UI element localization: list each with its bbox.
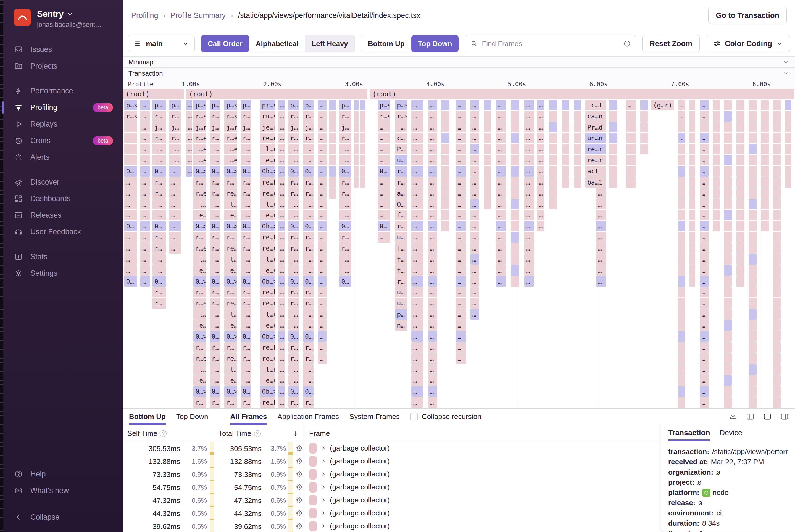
flame-frame[interactable]: _l…e [260, 254, 275, 265]
flame-frame[interactable]: _… [288, 144, 299, 154]
flame-frame[interactable]: … [278, 111, 285, 121]
flame-frame[interactable]: 0… [339, 221, 351, 231]
flame-frame[interactable]: re…k [260, 287, 275, 298]
flame-frame[interactable] [441, 100, 450, 111]
flame-frame[interactable]: … [318, 122, 326, 133]
flame-frame[interactable] [689, 265, 695, 276]
sidebar-item-stats[interactable]: Stats [3, 248, 123, 265]
flame-frame[interactable] [562, 133, 569, 144]
flame-frame[interactable]: (g…r) [651, 100, 674, 111]
flame-frame[interactable]: … [700, 166, 709, 176]
flame-frame[interactable]: … [455, 166, 466, 176]
flame-frame[interactable] [773, 100, 781, 111]
flame-frame[interactable]: … [140, 232, 149, 243]
flame-frame[interactable]: … [278, 232, 285, 243]
flame-frame[interactable]: … [428, 199, 437, 210]
flame-frame[interactable] [713, 133, 720, 144]
flame-frame[interactable] [773, 298, 781, 308]
flame-frame[interactable]: … [318, 133, 326, 144]
flame-frame[interactable]: 0b…> [260, 166, 275, 176]
flame-frame[interactable]: r… [152, 287, 166, 298]
flame-frame[interactable] [511, 276, 519, 287]
flame-frame[interactable] [329, 166, 336, 176]
flame-frame[interactable]: r… [241, 133, 251, 144]
flame-frame[interactable]: j…r [224, 122, 237, 133]
flame-frame[interactable] [609, 155, 618, 166]
sidebar-item-discover[interactable]: Discover [3, 174, 123, 190]
flame-frame[interactable]: … [318, 199, 326, 210]
flame-frame[interactable] [484, 100, 491, 111]
flame-frame[interactable]: … [496, 254, 506, 265]
layout-bottom-icon[interactable] [763, 412, 772, 421]
flame-frame[interactable] [626, 122, 636, 133]
flame-frame[interactable]: r…k [210, 232, 220, 243]
flame-frame[interactable] [749, 353, 757, 364]
flame-frame[interactable]: … [318, 276, 326, 287]
flame-frame[interactable]: 0b…> [260, 331, 275, 342]
table-row[interactable]: 44.32ms0.5%44.32ms0.5%⚙(garbage collecto… [123, 507, 661, 519]
flame-frame[interactable] [689, 133, 695, 144]
flame-frame[interactable] [713, 188, 720, 198]
flame-frame[interactable] [678, 287, 685, 298]
flame-frame[interactable]: 0… [241, 221, 251, 231]
flame-frame[interactable]: r…e [193, 188, 206, 198]
flame-frame[interactable] [761, 199, 769, 210]
flame-frame[interactable] [562, 177, 569, 188]
flame-frame[interactable]: r… [303, 243, 314, 253]
flame-frame[interactable]: 0… [241, 166, 251, 176]
flame-frame[interactable] [484, 144, 491, 154]
flame-frame[interactable]: … [186, 166, 192, 176]
flame-frame[interactable] [574, 133, 581, 144]
flame-frame[interactable]: _… [210, 375, 220, 386]
flame-frame[interactable] [773, 265, 781, 276]
flame-frame[interactable]: r… [339, 243, 351, 253]
sidebar-item-alerts[interactable]: Alerts [3, 149, 123, 166]
flame-frame[interactable]: 0…> [193, 386, 206, 397]
flame-frame[interactable] [736, 188, 744, 198]
flame-frame[interactable] [724, 386, 732, 397]
flame-frame[interactable]: … [428, 188, 437, 198]
layout-right-icon[interactable] [780, 412, 789, 421]
flame-frame[interactable]: 0… [241, 386, 251, 397]
flame-frame[interactable]: … [455, 111, 466, 121]
flame-frame[interactable]: … [537, 100, 544, 111]
flame-frame[interactable] [724, 331, 732, 342]
flame-frame[interactable]: … [700, 309, 709, 320]
flame-frame[interactable] [749, 199, 757, 210]
flame-frame[interactable]: .. [678, 100, 685, 111]
flame-frame[interactable] [549, 122, 557, 133]
flame-frame[interactable]: … [169, 221, 181, 231]
flame-frame[interactable]: … [700, 133, 709, 144]
flame-frame[interactable]: … [428, 386, 437, 397]
flame-frame[interactable]: _e…e [260, 375, 275, 386]
flame-frame[interactable] [736, 177, 744, 188]
flame-frame[interactable] [689, 111, 695, 121]
sidebar-item-crons[interactable]: Cronsbeta [3, 132, 123, 149]
flame-frame[interactable]: r… [224, 342, 237, 353]
flame-frame[interactable] [749, 188, 757, 198]
flame-frame[interactable] [124, 155, 137, 166]
flame-frame[interactable]: r…k [210, 397, 220, 408]
flame-frame[interactable] [713, 100, 720, 111]
flame-frame[interactable]: … [318, 210, 326, 221]
flame-frame[interactable]: _l…e [260, 144, 275, 154]
flame-frame[interactable]: … [140, 265, 149, 276]
gear-icon[interactable]: ⚙ [296, 508, 303, 518]
flame-frame[interactable]: 0… [303, 166, 314, 176]
tab-all-frames[interactable]: All Frames [230, 408, 267, 424]
chevron-right-icon[interactable] [320, 458, 326, 464]
flame-frame[interactable]: r… [152, 232, 166, 243]
flame-frame[interactable] [773, 287, 781, 298]
flame-frame[interactable]: je…r [260, 122, 275, 133]
tab-system-frames[interactable]: System Frames [349, 408, 400, 424]
flame-frame[interactable]: … [140, 144, 149, 154]
flame-frame[interactable]: … [428, 276, 437, 287]
flame-frame[interactable] [549, 133, 557, 144]
flame-frame[interactable]: _… [303, 199, 314, 210]
flame-frame[interactable]: … [455, 210, 466, 221]
flame-frame[interactable]: 0… [288, 276, 299, 287]
flame-frame[interactable] [609, 100, 618, 111]
flame-frame[interactable] [609, 133, 618, 144]
flame-frame[interactable]: 0…> [193, 221, 206, 231]
flame-frame[interactable]: 0… [210, 166, 220, 176]
